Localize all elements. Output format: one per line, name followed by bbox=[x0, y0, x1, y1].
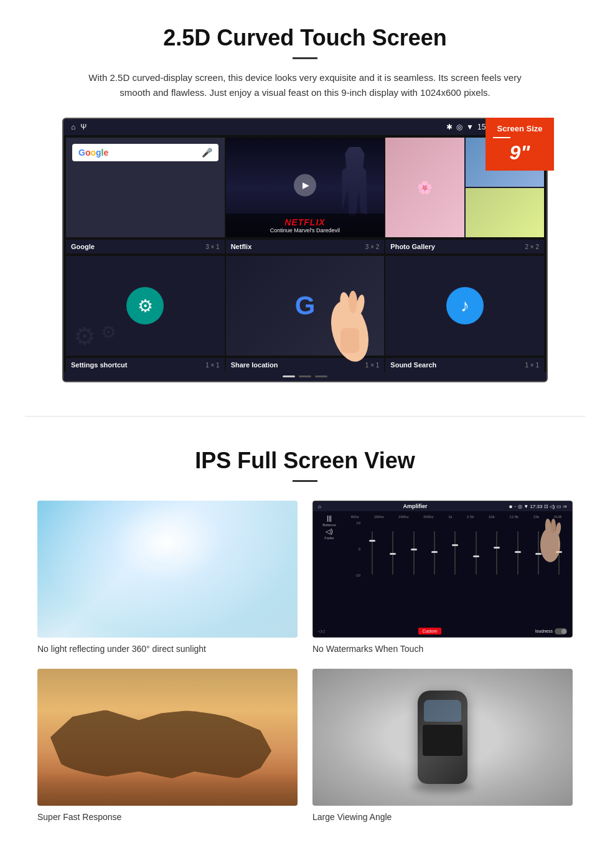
loudness-toggle-switch[interactable] bbox=[555, 628, 567, 634]
nav-dot-2[interactable] bbox=[299, 375, 311, 377]
sound-search-cell[interactable]: ♪ bbox=[385, 256, 544, 356]
section-divider bbox=[25, 416, 585, 417]
eq-bar-7 bbox=[487, 531, 505, 575]
bottom-navigation bbox=[63, 372, 547, 381]
sunlight-caption: No light reflecting under 360° direct su… bbox=[37, 644, 298, 654]
google-logo: Google bbox=[78, 148, 108, 158]
nav-dot-1[interactable] bbox=[283, 375, 295, 377]
mic-icon[interactable]: 🎤 bbox=[202, 148, 212, 158]
home-icon[interactable]: ⌂ bbox=[71, 123, 75, 131]
sound-icon: ♪ bbox=[446, 287, 484, 324]
sound-label: Sound Search 1 × 1 bbox=[385, 358, 544, 372]
section1-title: 2.5D Curved Touch Screen bbox=[37, 25, 573, 51]
amp-right-icons: ■ ·· ◎ ▼ 17:33 ⊡ ◁) ▭ ⇒ bbox=[509, 504, 567, 509]
features-grid: No light reflecting under 360° direct su… bbox=[37, 501, 573, 822]
car-caption: Large Viewing Angle bbox=[312, 812, 573, 822]
play-icon: ▶ bbox=[303, 180, 309, 190]
car-windshield bbox=[424, 700, 461, 722]
share-location-cell[interactable]: G bbox=[226, 256, 385, 356]
netflix-subtitle: Continue Marvel's Daredevil bbox=[231, 227, 380, 234]
app-grid-row2: ⚙ ⚙ ⚙ G bbox=[63, 253, 547, 358]
sky-gradient bbox=[37, 501, 298, 638]
svg-rect-4 bbox=[340, 328, 359, 353]
share-label-name: Share location bbox=[231, 361, 278, 369]
sunlight-image bbox=[37, 501, 298, 638]
google-app-cell[interactable]: Google 🎤 bbox=[66, 138, 225, 237]
netflix-label-name: Netflix bbox=[231, 243, 252, 250]
section-curved-screen: 2.5D Curved Touch Screen With 2.5D curve… bbox=[0, 0, 610, 403]
netflix-overlay: NETFLIX Continue Marvel's Daredevil bbox=[226, 214, 385, 237]
loudness-control: loudness bbox=[535, 628, 567, 634]
section2-underline bbox=[293, 480, 317, 482]
amplifier-feature: ⌂ Amplifier ■ ·· ◎ ▼ 17:33 ⊡ ◁) ▭ ⇒ ||| … bbox=[312, 501, 573, 654]
nav-dot-3[interactable] bbox=[315, 375, 327, 377]
loudness-label: loudness bbox=[535, 629, 553, 633]
toggle-knob bbox=[561, 629, 566, 634]
amp-status-bar: ⌂ Amplifier ■ ·· ◎ ▼ 17:33 ⊡ ◁) ▭ ⇒ bbox=[313, 501, 572, 511]
cheetah-image bbox=[37, 669, 298, 806]
section2-title: IPS Full Screen View bbox=[37, 448, 573, 474]
settings-label: Settings shortcut 1 × 1 bbox=[66, 358, 225, 372]
amp-controls: 60hz100hz200hz500hz1k2.5k10k12.5k15kSUB … bbox=[344, 515, 568, 621]
badge-line bbox=[493, 137, 510, 138]
netflix-play-button[interactable]: ▶ bbox=[294, 174, 316, 196]
bluetooth-icon: ✱ bbox=[446, 123, 453, 131]
google-label-size: 3 × 1 bbox=[205, 243, 220, 250]
amp-title: Amplifier bbox=[403, 503, 428, 509]
eq-bar-4 bbox=[425, 531, 443, 575]
cheetah-feature: Super Fast Response bbox=[37, 669, 298, 822]
hand-illustration bbox=[322, 285, 378, 368]
google-search-bar[interactable]: Google 🎤 bbox=[72, 144, 218, 161]
status-left-icons: ⌂ Ψ bbox=[71, 123, 87, 131]
amplifier-caption: No Watermarks When Touch bbox=[312, 644, 573, 654]
netflix-label: Netflix 3 × 2 bbox=[226, 240, 385, 253]
settings-app-cell[interactable]: ⚙ ⚙ ⚙ bbox=[66, 256, 225, 356]
badge-size: 9" bbox=[493, 141, 547, 164]
badge-title: Screen Size bbox=[493, 124, 547, 134]
eq-bar-2 bbox=[383, 531, 401, 575]
flower-icon: 🌸 bbox=[417, 180, 433, 195]
eq-bar-1 bbox=[363, 531, 381, 575]
section1-description: With 2.5D curved-display screen, this de… bbox=[87, 70, 523, 100]
amp-home-icon: ⌂ bbox=[318, 504, 321, 509]
photo-label: Photo Gallery 2 × 2 bbox=[385, 240, 544, 253]
app-grid-row1: Google 🎤 ▶ NETFLIX Continue Marvel's Dar… bbox=[63, 135, 547, 240]
sunlight-feature: No light reflecting under 360° direct su… bbox=[37, 501, 298, 654]
title-underline bbox=[293, 57, 317, 59]
app-labels-row2: Settings shortcut 1 × 1 Share location 1… bbox=[63, 358, 547, 372]
cheetah-caption: Super Fast Response bbox=[37, 812, 298, 822]
status-bar: ⌂ Ψ ✱ ◎ ▼ 15:06 ⊡ ◁) ☒ ▭ bbox=[63, 119, 547, 135]
cheetah-silhouette bbox=[50, 710, 271, 778]
google-g-logo: G bbox=[295, 291, 316, 321]
sound-label-name: Sound Search bbox=[390, 361, 436, 369]
screen-size-badge: Screen Size 9" bbox=[486, 118, 554, 171]
cheetah-ground bbox=[37, 771, 298, 806]
signal-icon: ▼ bbox=[466, 123, 474, 131]
netflix-logo: NETFLIX bbox=[231, 217, 380, 227]
settings-label-size: 1 × 1 bbox=[205, 362, 220, 369]
settings-bg-icons: ⚙ ⚙ bbox=[73, 322, 116, 351]
photo-label-size: 2 × 2 bbox=[525, 243, 539, 250]
car-body bbox=[418, 691, 467, 784]
settings-icon: ⚙ bbox=[126, 287, 164, 324]
amplifier-image: ⌂ Amplifier ■ ·· ◎ ▼ 17:33 ⊡ ◁) ▭ ⇒ ||| … bbox=[312, 501, 573, 638]
netflix-app-cell[interactable]: ▶ NETFLIX Continue Marvel's Daredevil bbox=[226, 138, 385, 237]
usb-icon: Ψ bbox=[80, 123, 87, 131]
amp-body: ||| Balance ◁) Fader 60hz100hz200hz500hz… bbox=[313, 511, 572, 625]
amp-sidebar-icons: ||| Balance ◁) Fader bbox=[317, 515, 342, 540]
section-ips-screen: IPS Full Screen View No light reflecting… bbox=[0, 429, 610, 847]
gps-icon: ◎ bbox=[456, 123, 462, 131]
amp-sidebar: ||| Balance ◁) Fader bbox=[317, 515, 342, 621]
netflix-label-size: 3 × 2 bbox=[365, 243, 380, 250]
settings-label-name: Settings shortcut bbox=[71, 361, 127, 369]
amp-back-icon[interactable]: ◁◁ bbox=[318, 629, 324, 634]
android-screen: ⌂ Ψ ✱ ◎ ▼ 15:06 ⊡ ◁) ☒ ▭ bbox=[62, 118, 548, 382]
svg-point-2 bbox=[349, 291, 357, 313]
photo-thumb-1: 🌸 bbox=[385, 138, 464, 237]
car-roof bbox=[423, 725, 462, 756]
svg-point-7 bbox=[551, 519, 556, 534]
sound-label-size: 1 × 1 bbox=[525, 362, 539, 369]
car-feature: Large Viewing Angle bbox=[312, 669, 573, 822]
device-mockup: Screen Size 9" ⌂ Ψ ✱ ◎ ▼ 15:06 ⊡ ◁) ☒ bbox=[62, 118, 548, 382]
custom-button[interactable]: Custom bbox=[418, 628, 441, 634]
